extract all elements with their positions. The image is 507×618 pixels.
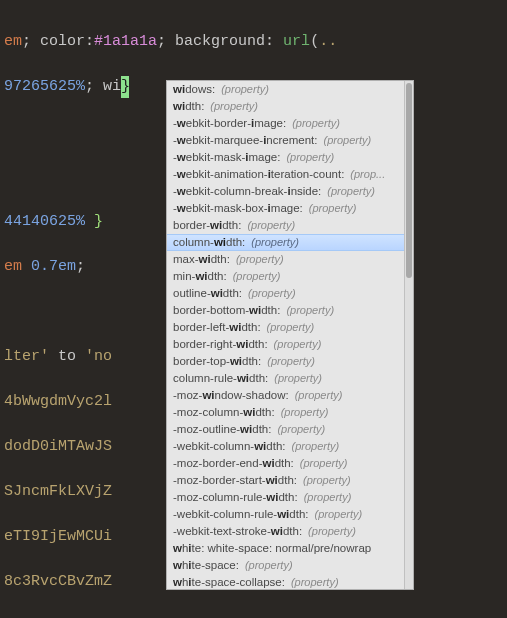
autocomplete-item[interactable]: -webkit-marquee-increment:(property) bbox=[167, 132, 413, 149]
autocomplete-item[interactable]: column-width:(property) bbox=[167, 234, 413, 251]
autocomplete-item[interactable]: border-right-width:(property) bbox=[167, 336, 413, 353]
autocomplete-item[interactable]: max-width:(property) bbox=[167, 251, 413, 268]
autocomplete-item[interactable]: -moz-border-end-width:(property) bbox=[167, 455, 413, 472]
autocomplete-item[interactable]: white: white-space: normal/pre/nowrap bbox=[167, 540, 413, 557]
autocomplete-item[interactable]: -webkit-column-rule-width:(property) bbox=[167, 506, 413, 523]
autocomplete-item[interactable]: widows:(property) bbox=[167, 81, 413, 98]
code-line: em; color:#1a1a1a; background: url(.. bbox=[0, 31, 507, 54]
autocomplete-item[interactable]: border-width:(property) bbox=[167, 217, 413, 234]
autocomplete-item[interactable]: -webkit-animation-iteration-count:(prop.… bbox=[167, 166, 413, 183]
autocomplete-item[interactable]: outline-width:(property) bbox=[167, 285, 413, 302]
autocomplete-item[interactable]: border-top-width:(property) bbox=[167, 353, 413, 370]
autocomplete-item[interactable]: column-rule-width:(property) bbox=[167, 370, 413, 387]
autocomplete-item[interactable]: white-space-collapse:(property) bbox=[167, 574, 413, 589]
autocomplete-item[interactable]: border-bottom-width:(property) bbox=[167, 302, 413, 319]
autocomplete-item[interactable]: white-space:(property) bbox=[167, 557, 413, 574]
autocomplete-item[interactable]: -webkit-mask-box-image:(property) bbox=[167, 200, 413, 217]
autocomplete-item[interactable]: -webkit-border-image:(property) bbox=[167, 115, 413, 132]
autocomplete-item[interactable]: -moz-border-start-width:(property) bbox=[167, 472, 413, 489]
autocomplete-item[interactable]: -moz-outline-width:(property) bbox=[167, 421, 413, 438]
autocomplete-item[interactable]: -moz-column-rule-width:(property) bbox=[167, 489, 413, 506]
autocomplete-popup[interactable]: widows:(property)width:(property)-webkit… bbox=[166, 80, 414, 590]
autocomplete-item[interactable]: -webkit-text-stroke-width:(property) bbox=[167, 523, 413, 540]
scrollbar-thumb[interactable] bbox=[406, 83, 412, 278]
autocomplete-item[interactable]: -webkit-column-width:(property) bbox=[167, 438, 413, 455]
autocomplete-item[interactable]: -moz-column-width:(property) bbox=[167, 404, 413, 421]
autocomplete-item[interactable]: -webkit-mask-image:(property) bbox=[167, 149, 413, 166]
autocomplete-item[interactable]: border-left-width:(property) bbox=[167, 319, 413, 336]
cursor: } bbox=[121, 76, 129, 99]
autocomplete-item[interactable]: width:(property) bbox=[167, 98, 413, 115]
scrollbar-track[interactable] bbox=[404, 81, 413, 589]
autocomplete-item[interactable]: -moz-window-shadow:(property) bbox=[167, 387, 413, 404]
autocomplete-item[interactable]: -webkit-column-break-inside:(property) bbox=[167, 183, 413, 200]
autocomplete-item[interactable]: min-width:(property) bbox=[167, 268, 413, 285]
